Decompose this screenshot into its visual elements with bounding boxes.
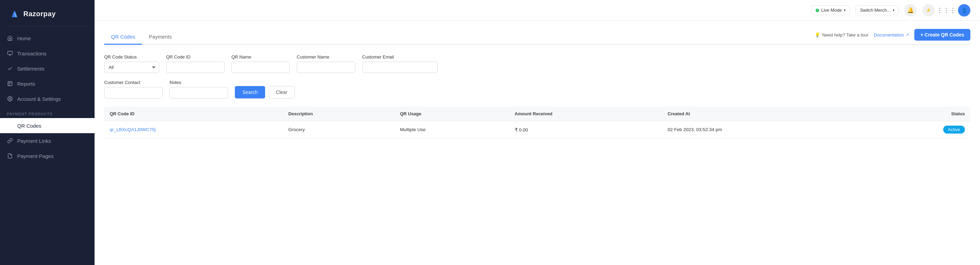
col-created-at: Created At [662, 107, 867, 121]
filter-group-customer-contact: Customer Contact [104, 80, 163, 99]
switch-merch-label: Switch Merch... [860, 8, 891, 13]
create-qr-codes-button[interactable]: + Create QR Codes [914, 29, 970, 41]
svg-rect-3 [8, 51, 12, 54]
live-mode-chevron-icon: ▾ [844, 8, 846, 12]
sidebar-item-home[interactable]: Home [0, 30, 95, 46]
sidebar: Razorpay Home Transactions Settlements R [0, 0, 95, 265]
sidebar-item-home-label: Home [17, 35, 31, 41]
switch-merch-chevron-icon: ▾ [892, 8, 894, 12]
col-qr-usage: QR Usage [395, 107, 509, 121]
sidebar-item-reports-label: Reports [17, 81, 35, 87]
sidebar-item-settlements[interactable]: Settlements [0, 61, 95, 76]
qr-code-id-filter-label: QR Code ID [166, 54, 224, 59]
apps-grid-icon: ⋮⋮⋮ [937, 6, 956, 14]
table-body: qr_LBXcQA1J0WC75j Grocery Multiple Use ₹… [104, 121, 970, 138]
filter-group-customer-name: Customer Name [297, 54, 355, 73]
page-content: QR Codes Payments 💡 Need help? Take a to… [95, 21, 980, 265]
sidebar-item-transactions-label: Transactions [17, 51, 46, 56]
qr-codes-table: QR Code ID Description QR Usage Amount R… [104, 107, 970, 138]
qr-code-id-link[interactable]: qr_LBXcQA1J0WC75j [110, 127, 156, 132]
live-mode-indicator [816, 9, 819, 12]
notifications-button[interactable]: 🔔 [904, 4, 917, 16]
tab-payments[interactable]: Payments [142, 30, 179, 45]
notes-filter-label: Notes [170, 80, 228, 85]
status-badge: Active [943, 126, 965, 134]
qr-name-filter-input[interactable] [231, 62, 290, 73]
table-header-row: QR Code ID Description QR Usage Amount R… [104, 107, 970, 121]
cell-qr-usage: Multiple Use [395, 121, 509, 138]
col-description: Description [283, 107, 395, 121]
filter-action-buttons: Search Clear [235, 86, 295, 99]
sidebar-item-transactions[interactable]: Transactions [0, 46, 95, 61]
sidebar-item-account-settings-label: Account & Settings [17, 96, 61, 102]
lightbulb-icon: 💡 [815, 32, 820, 38]
status-filter-select[interactable]: All Active Closed [104, 62, 159, 73]
customer-name-filter-input[interactable] [297, 62, 355, 73]
svg-rect-6 [8, 81, 12, 86]
filter-row-1: QR Code Status All Active Closed QR Code… [104, 54, 970, 73]
settings-icon [7, 96, 13, 102]
table-row: qr_LBXcQA1J0WC75j Grocery Multiple Use ₹… [104, 121, 970, 138]
doc-link-text: Documentation [874, 32, 904, 38]
avatar-icon: 👤 [961, 8, 967, 13]
pulse-button[interactable]: ⚡ [922, 4, 935, 16]
filter-group-qr-name: QR Name [231, 54, 290, 73]
sidebar-item-reports[interactable]: Reports [0, 76, 95, 91]
sidebar-nav: Home Transactions Settlements Reports Ac… [0, 27, 95, 265]
sidebar-item-account-settings[interactable]: Account & Settings [0, 91, 95, 106]
col-status: Status [867, 107, 970, 121]
pulse-icon: ⚡ [926, 8, 931, 13]
sidebar-item-qr-codes-label: QR Codes [17, 123, 41, 129]
home-icon [7, 35, 13, 41]
sidebar-item-payment-links[interactable]: Payment Links [0, 133, 95, 148]
tab-qr-codes[interactable]: QR Codes [104, 30, 142, 45]
notes-filter-input[interactable] [170, 87, 228, 99]
app-name: Razorpay [23, 10, 56, 18]
customer-name-filter-label: Customer Name [297, 54, 355, 59]
page-tabs: QR Codes Payments 💡 Need help? Take a to… [104, 29, 970, 45]
search-button[interactable]: Search [235, 86, 265, 99]
clear-button[interactable]: Clear [269, 86, 294, 99]
status-filter-label: QR Code Status [104, 54, 159, 59]
settlements-icon [7, 65, 13, 72]
qr-name-filter-label: QR Name [231, 54, 290, 59]
live-mode-button[interactable]: Live Mode ▾ [811, 5, 850, 15]
bell-icon: 🔔 [907, 7, 914, 13]
filter-group-qr-code-id: QR Code ID [166, 54, 224, 73]
customer-contact-filter-input[interactable] [104, 87, 163, 99]
payment-pages-icon [7, 153, 13, 159]
qr-codes-data-table: QR Code ID Description QR Usage Amount R… [104, 107, 970, 138]
payment-links-icon [7, 138, 13, 144]
user-avatar-button[interactable]: 👤 [958, 4, 970, 16]
col-amount-received: Amount Received [509, 107, 662, 121]
filter-group-notes: Notes [170, 80, 228, 99]
sidebar-item-payment-pages[interactable]: Payment Pages [0, 148, 95, 163]
logo-area: Razorpay [0, 0, 95, 26]
transactions-icon [7, 50, 13, 56]
customer-contact-filter-label: Customer Contact [104, 80, 163, 85]
documentation-link[interactable]: Documentation ↗ [874, 32, 908, 38]
filter-group-status: QR Code Status All Active Closed [104, 54, 159, 73]
help-tour-link[interactable]: 💡 Need help? Take a tour [815, 32, 868, 38]
switch-merchant-button[interactable]: Switch Merch... ▾ [856, 5, 899, 15]
sidebar-item-settlements-label: Settlements [17, 66, 45, 72]
sidebar-item-qr-codes[interactable]: QR Codes [0, 118, 95, 133]
table-header: QR Code ID Description QR Usage Amount R… [104, 107, 970, 121]
external-link-icon: ↗ [906, 33, 909, 37]
svg-rect-15 [8, 127, 9, 128]
main-content: Live Mode ▾ Switch Merch... ▾ 🔔 ⚡ ⋮⋮⋮ 👤 … [95, 0, 980, 265]
razorpay-logo-icon [8, 8, 21, 20]
cell-qr-code-id: qr_LBXcQA1J0WC75j [104, 121, 283, 138]
cell-created-at: 02 Feb 2023, 03:52:34 pm [662, 121, 867, 138]
apps-button[interactable]: ⋮⋮⋮ [940, 4, 953, 16]
help-link-text: Need help? Take a tour [822, 32, 868, 38]
col-qr-code-id: QR Code ID [104, 107, 283, 121]
customer-email-filter-input[interactable] [362, 62, 438, 73]
cell-amount-received: ₹ 0.00 [509, 121, 662, 138]
qr-code-id-filter-input[interactable] [166, 62, 224, 73]
payment-products-section-label: PAYMENT PRODUCTS [0, 106, 95, 118]
top-header: Live Mode ▾ Switch Merch... ▾ 🔔 ⚡ ⋮⋮⋮ 👤 [95, 0, 980, 21]
svg-rect-13 [8, 124, 9, 125]
customer-email-filter-label: Customer Email [362, 54, 438, 59]
sidebar-item-payment-pages-label: Payment Pages [17, 153, 54, 159]
